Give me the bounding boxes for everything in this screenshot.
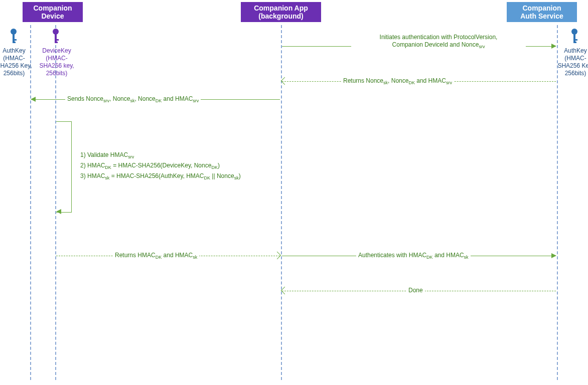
svg-rect-7 (55, 42, 58, 43)
key-detail: (HMAC-SHA256 Key,256bits) (557, 55, 588, 77)
message-label-m3: Sends Noncesrv, Noncesk, NonceDK and HMA… (65, 95, 201, 103)
svg-rect-10 (573, 39, 577, 41)
message-label-m6: Done (406, 287, 425, 294)
arrow-icon (273, 252, 281, 260)
key-detail: (HMAC-SHA256 key,256bits) (39, 55, 74, 77)
key-icon (51, 28, 60, 45)
self-message-device-compute (56, 121, 72, 213)
arrow-icon (281, 77, 289, 85)
key-icon (570, 28, 579, 45)
svg-rect-3 (13, 42, 16, 43)
key-label-service-authkey: AuthKey (HMAC-SHA256 Key,256bits) (553, 47, 588, 77)
message-label-calc: 1) Validate HMACsrv 2) HMACDK = HMAC-SHA… (80, 150, 241, 181)
participant-header-device: CompanionDevice (23, 2, 83, 22)
message-label-m5: Authenticates with HMACDK and HMACsk (356, 252, 471, 260)
key-name: AuthKey (3, 47, 25, 54)
lifeline-app (281, 25, 282, 380)
arrow-icon (31, 97, 36, 102)
key-icon (9, 28, 18, 45)
key-label-device-authkey: AuthKey (HMAC-SHA256 Key,256bits) (0, 47, 36, 77)
message-label-m4: Returns HMACDK and HMACsk (113, 252, 199, 260)
arrow-icon (551, 44, 556, 49)
key-name: AuthKey (564, 47, 586, 54)
svg-point-4 (53, 29, 59, 35)
key-name: DeviceKey (42, 47, 71, 54)
key-label-device-devicekey: DeviceKey (HMAC-SHA256 key,256bits) (35, 47, 78, 77)
message-label-m1: Initiates authentication with ProtocolVe… (351, 34, 526, 50)
arrow-icon (56, 209, 61, 214)
svg-rect-11 (573, 42, 576, 43)
arrow-icon (281, 287, 289, 295)
lifeline-service (557, 25, 558, 380)
svg-point-8 (571, 29, 577, 35)
arrow-icon (551, 253, 556, 258)
message-label-m2: Returns Noncesk, NonceDK and HMACsrv (341, 77, 454, 85)
participant-header-service: CompanionAuth Service (507, 2, 577, 22)
key-detail: (HMAC-SHA256 Key,256bits) (0, 55, 32, 77)
svg-point-0 (11, 29, 17, 35)
lifeline-device-a (30, 25, 31, 380)
svg-rect-2 (13, 39, 17, 41)
svg-rect-6 (55, 39, 59, 41)
participant-header-app: Companion App(background) (241, 2, 321, 22)
